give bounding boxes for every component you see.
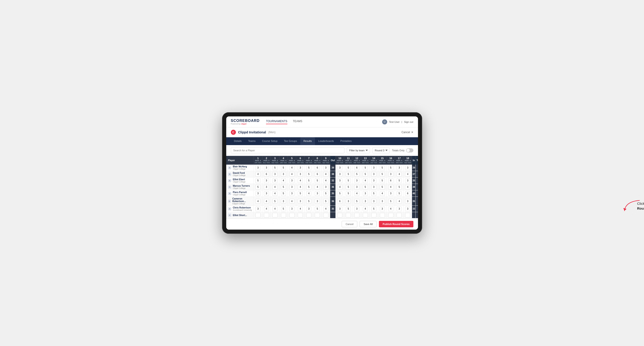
hole-4-score[interactable] [279, 190, 288, 197]
sign-out-link[interactable]: Sign out [404, 121, 413, 123]
hole-9-input[interactable] [323, 213, 328, 217]
hole-18-input[interactable] [405, 207, 410, 211]
hole-10-input[interactable] [337, 199, 342, 203]
hole-13-input[interactable] [363, 207, 368, 211]
hole-4-score[interactable] [279, 177, 288, 184]
hole-5-score[interactable] [288, 212, 296, 218]
hole-15-input[interactable] [380, 191, 385, 196]
hole-1-input[interactable] [256, 166, 260, 170]
hole-1-input[interactable] [256, 185, 260, 189]
hole-16-input[interactable] [388, 213, 394, 217]
hole-13-input[interactable] [363, 213, 368, 217]
hole-13-input[interactable] [363, 172, 368, 176]
footer-cancel-button[interactable]: Cancel [342, 221, 357, 227]
hole-11-input[interactable] [346, 213, 351, 217]
hole-18-input[interactable] [405, 191, 410, 196]
hole-9-score[interactable] [322, 165, 330, 171]
hole-18-score[interactable] [404, 165, 412, 171]
hole-18-score[interactable] [404, 190, 412, 197]
hole-7-input[interactable] [306, 178, 311, 183]
hole-18-score[interactable] [404, 212, 412, 218]
hole-4-score[interactable] [279, 212, 288, 218]
hole-10-input[interactable] [337, 172, 342, 176]
hole-4-input[interactable] [281, 199, 286, 203]
hole-7-score[interactable] [305, 184, 313, 190]
hole-13-input[interactable] [363, 185, 368, 189]
hole-13-score[interactable] [361, 184, 370, 190]
hole-3-score[interactable] [270, 184, 279, 190]
hole-6-score[interactable] [296, 165, 305, 171]
hole-14-input[interactable] [371, 213, 376, 217]
hole-8-input[interactable] [315, 172, 320, 176]
hole-10-score[interactable] [336, 171, 344, 177]
hole-9-score[interactable] [322, 212, 330, 218]
hole-10-input[interactable] [337, 213, 342, 217]
hole-9-score[interactable] [322, 197, 330, 206]
hole-14-score[interactable] [370, 197, 378, 206]
hole-11-input[interactable] [346, 199, 351, 203]
hole-15-input[interactable] [380, 213, 385, 217]
hole-2-score[interactable] [262, 212, 270, 218]
hole-12-score[interactable] [353, 197, 361, 206]
hole-11-input[interactable] [346, 172, 351, 176]
hole-1-score[interactable] [254, 177, 262, 184]
hole-4-score[interactable] [279, 206, 288, 212]
hole-10-score[interactable] [336, 212, 344, 218]
hole-5-score[interactable] [288, 171, 296, 177]
hole-18-score[interactable] [404, 184, 412, 190]
hole-3-input[interactable] [272, 191, 278, 196]
hole-1-score[interactable] [254, 197, 262, 206]
hole-17-input[interactable] [396, 207, 402, 211]
hole-7-score[interactable] [305, 197, 313, 206]
hole-14-input[interactable] [371, 191, 376, 196]
hole-11-score[interactable] [344, 212, 353, 218]
hole-14-score[interactable] [370, 206, 378, 212]
hole-10-input[interactable] [337, 166, 342, 170]
hole-12-input[interactable] [354, 191, 359, 196]
hole-14-score[interactable] [370, 212, 378, 218]
hole-8-score[interactable] [313, 190, 322, 197]
hole-8-score[interactable] [313, 197, 322, 206]
hole-16-score[interactable] [386, 184, 395, 190]
hole-3-score[interactable] [270, 212, 279, 218]
hole-16-score[interactable] [386, 212, 395, 218]
hole-15-input[interactable] [380, 166, 385, 170]
hole-2-score[interactable] [262, 184, 270, 190]
hole-17-score[interactable] [395, 197, 404, 206]
hole-15-input[interactable] [380, 199, 385, 203]
hole-17-score[interactable] [395, 165, 404, 171]
hole-15-input[interactable] [380, 178, 385, 183]
hole-17-score[interactable] [395, 206, 404, 212]
hole-14-input[interactable] [371, 199, 376, 203]
hole-18-input[interactable] [405, 199, 410, 203]
hole-8-input[interactable] [315, 191, 320, 196]
hole-3-input[interactable] [272, 166, 278, 170]
hole-12-score[interactable] [353, 212, 361, 218]
hole-11-input[interactable] [346, 207, 351, 211]
tab-course-setup[interactable]: Course Setup [259, 137, 281, 145]
hole-16-score[interactable] [386, 190, 395, 197]
hole-5-score[interactable] [288, 184, 296, 190]
hole-12-score[interactable] [353, 171, 361, 177]
hole-4-score[interactable] [279, 165, 288, 171]
hole-18-input[interactable] [405, 166, 410, 170]
hole-15-score[interactable] [378, 184, 386, 190]
hole-1-score[interactable] [254, 184, 262, 190]
hole-1-score[interactable] [254, 206, 262, 212]
hole-13-score[interactable] [361, 165, 370, 171]
hole-3-input[interactable] [272, 213, 278, 217]
hole-2-input[interactable] [264, 191, 269, 196]
hole-13-input[interactable] [363, 166, 368, 170]
hole-2-input[interactable] [264, 178, 269, 183]
hole-12-score[interactable] [353, 177, 361, 184]
hole-4-score[interactable] [279, 171, 288, 177]
hole-3-input[interactable] [272, 178, 278, 183]
hole-13-input[interactable] [363, 178, 368, 183]
hole-11-score[interactable] [344, 190, 353, 197]
hole-3-score[interactable] [270, 165, 279, 171]
hole-1-input[interactable] [256, 199, 260, 203]
hole-18-score[interactable] [404, 206, 412, 212]
hole-3-score[interactable] [270, 171, 279, 177]
hole-4-input[interactable] [281, 172, 286, 176]
hole-14-score[interactable] [370, 171, 378, 177]
